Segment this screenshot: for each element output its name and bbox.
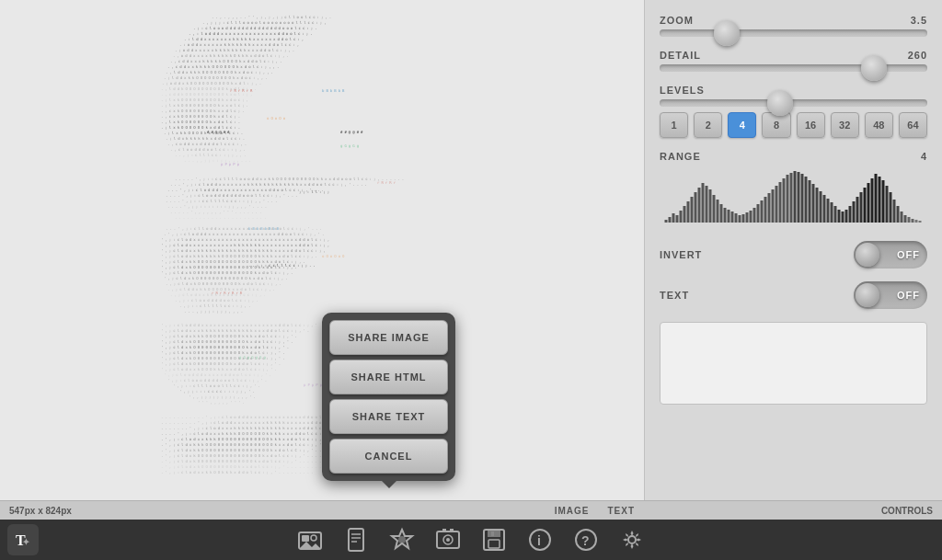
svg-text:✦: ✦: [22, 537, 30, 547]
gallery-icon[interactable]: [294, 524, 326, 555]
svg-text:##@@##: ##@@##: [340, 130, 364, 134]
detail-slider-thumb[interactable]: [861, 55, 887, 81]
svg-rect-184: [488, 540, 500, 548]
svg-text:....',;;:::::::;;,,,'....: ....',;;:::::::;;,,,'....: [167, 204, 269, 209]
svg-text:.',;:clodxxkkOOkkkxddolcc:;,'.: .',;:clodxxkkOOkkkxddolcc:;,'.........: [161, 470, 316, 474]
tab-image[interactable]: IMAGE: [555, 506, 590, 516]
svg-text:.,coddxxddddolccc:,.: .,coddxxddddolccc:,.: [167, 142, 248, 146]
detail-label: DETAIL: [660, 50, 701, 61]
svg-rect-116: [742, 214, 745, 223]
svg-rect-146: [853, 201, 856, 223]
zoom-slider-track[interactable]: [660, 29, 927, 37]
share-text-button[interactable]: SHARE TEXT: [329, 399, 448, 434]
svg-text:.,cddxxkkkkOOOOOOkxdolc:;,,.: .,cddxxkkkkOOOOOOkxdolc:;,,.: [167, 64, 281, 69]
svg-rect-151: [871, 178, 874, 223]
zoom-value: 3.5: [911, 15, 927, 26]
svg-text:',;:cloooddddooollcc:;,'.: ',;:cloooddddooollcc:;,'.: [167, 378, 269, 383]
invert-toggle[interactable]: OFF: [854, 241, 927, 269]
help-icon-svg: ?: [573, 527, 599, 553]
floppy-disk-icon[interactable]: [478, 524, 510, 555]
svg-rect-110: [720, 204, 723, 223]
svg-text:.,oddxxxxkkkkkkOkkkxddolc:;,.: .,oddxxxxkkkkkkOkkkxddolc:;,.: [173, 53, 291, 58]
svg-text:...',;:cloddxxxxxxxkkkkkkkkkkk: ...',;:cloddxxxxxxxkkkkkkkkkkkkkxxddoolc…: [170, 182, 369, 187]
svg-text:',;cldxkOOO0000000OOOkxdolcc:;: ',;cldxkOOO0000000OOOkxdolcc:;,'.: [161, 339, 294, 344]
app-logo[interactable]: T ✦: [7, 524, 39, 555]
level-btn-4[interactable]: 4: [728, 112, 756, 138]
detail-value: 260: [908, 50, 927, 61]
svg-rect-100: [684, 206, 686, 223]
svg-point-181: [446, 538, 450, 542]
svg-rect-162: [912, 219, 914, 223]
svg-text:...',;:clloddxxxxxxxxxxxxddool: ...',;:clloddxxxxxxxxxxxxddoolcc:;,'...: [166, 226, 324, 231]
level-btn-8[interactable]: 8: [762, 112, 790, 138]
svg-text:',;cloodddxxxxxddoolcc:;,'.: ',;cloodddxxxxxddoolcc:;,'.: [164, 372, 273, 377]
svg-rect-179: [450, 529, 454, 532]
svg-rect-108: [713, 195, 716, 223]
level-btn-64[interactable]: 64: [899, 112, 927, 138]
svg-text:',;cldxkO00000000000Okxdolc:;,: ',;cldxkO00000000000Okxdolc:;,.: [164, 276, 290, 280]
svg-rect-105: [702, 183, 705, 223]
svg-rect-97: [672, 213, 675, 223]
help-icon[interactable]: ?: [570, 524, 602, 555]
view-tabs: IMAGE TEXT: [555, 506, 635, 516]
photo-icon[interactable]: [432, 524, 464, 555]
info-icon[interactable]: i: [524, 524, 556, 555]
cancel-button[interactable]: CANCEL: [329, 439, 448, 474]
svg-point-169: [311, 535, 316, 541]
svg-text:....',;::ccllllccc::;;,,'...: ....',;::ccllllccc::;;,,'...: [166, 199, 279, 203]
svg-text:.,cloodddoolcc::;,.: .,cloodddoolcc::;,.: [170, 147, 247, 152]
svg-rect-130: [794, 171, 797, 223]
text-control: TEXT OFF: [660, 281, 927, 309]
svg-rect-125: [775, 186, 778, 223]
image-dimensions: 547px x 824px: [9, 506, 72, 516]
range-histogram[interactable]: [660, 169, 927, 224]
app-logo-area: T ✦: [0, 524, 39, 555]
svg-text:',;cldxkO000000000000OOkxdolc:: ',;cldxkO000000000000OOkxdolc:;,.: [161, 270, 294, 275]
zoom-slider-thumb[interactable]: [714, 20, 740, 46]
svg-text:''',,,,,'''.: ''',,,,,'''.: [198, 400, 247, 405]
document-icon[interactable]: [340, 524, 372, 555]
settings-icon[interactable]: [616, 524, 648, 555]
badge-icon[interactable]: [386, 524, 418, 555]
text-toggle[interactable]: OFF: [854, 281, 927, 309]
svg-rect-113: [731, 211, 734, 223]
svg-text:...,,;;::;;,,,...: ...,,;;::;;,,,...: [184, 158, 253, 163]
svg-text:bBbBbBbB: bBbBbBbB: [248, 226, 281, 231]
svg-rect-114: [735, 213, 738, 223]
svg-rect-117: [746, 212, 749, 223]
svg-text:.:oddxxxxxxkkkkkkkxxxxddolcc:,: .:oddxxxxxxkkkkkkkxxxxddolcc:,: [179, 42, 301, 47]
svg-rect-178: [442, 529, 446, 532]
svg-text:.....',;::cclllloooddxxkkOOO00: .....',;::cclllloooddxxkkOOO00000OOkkxxd…: [175, 177, 406, 181]
share-popup-menu: SHARE IMAGE SHARE HTML SHARE TEXT CANCEL: [322, 313, 455, 481]
detail-slider-track[interactable]: [660, 64, 927, 72]
svg-rect-104: [698, 188, 701, 223]
photo-icon-svg: [435, 527, 461, 553]
text-input-area[interactable]: [660, 322, 927, 405]
level-btn-16[interactable]: 16: [797, 112, 825, 138]
svg-text:.',;cldxkOO000000000000OOkxdol: .',;cldxkOO000000000000OOkxdolcc:;,'....…: [161, 453, 343, 458]
svg-rect-101: [687, 201, 690, 223]
svg-text:',;cldxkOOOO000000000OOOkxdolc: ',;cldxkOOOO000000000OOOkxdolc:;,.: [161, 265, 299, 269]
svg-rect-156: [890, 192, 892, 223]
levels-slider-thumb[interactable]: [767, 90, 793, 116]
badge-icon-svg: [389, 527, 415, 553]
level-btn-48[interactable]: 48: [865, 112, 893, 138]
svg-text:rRrRr: rRrRr: [377, 180, 397, 185]
level-btn-32[interactable]: 32: [831, 112, 859, 138]
svg-rect-154: [882, 180, 885, 223]
svg-rect-107: [709, 189, 712, 223]
tab-text[interactable]: TEXT: [607, 506, 635, 516]
svg-text:',;cldxkO000000000Okxdolcc:;,': ',;cldxkO000000000Okxdolcc:;,'.: [161, 356, 287, 360]
levels-slider-track[interactable]: [660, 99, 927, 107]
svg-rect-115: [739, 215, 741, 223]
share-image-button[interactable]: SHARE IMAGE: [329, 320, 448, 355]
svg-text:',;cldxkO00000OOOkxddolcc:;,'.: ',;cldxkO00000OOOkxddolcc:;,'.: [161, 361, 282, 366]
range-label-row: RANGE 4: [660, 151, 927, 162]
level-btn-2[interactable]: 2: [694, 112, 722, 138]
svg-text:',;cldxkO00000000000Okxdolc:;,: ',;cldxkO00000000000Okxdolc:;,'.: [161, 345, 291, 349]
share-html-button[interactable]: SHARE HTML: [329, 360, 448, 394]
svg-text:.;oddxkOOOOOOOOOOkxdl:;,.: .;oddxkOOOOOOOOOOkxdl:;,.: [162, 81, 263, 86]
level-btn-1[interactable]: 1: [660, 112, 688, 138]
svg-rect-168: [302, 535, 309, 542]
invert-toggle-knob: [856, 243, 879, 267]
